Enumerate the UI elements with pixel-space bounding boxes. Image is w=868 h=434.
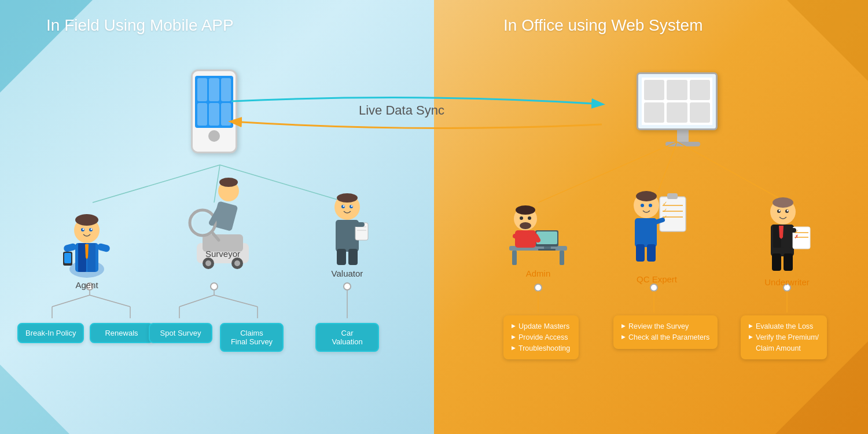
valuator-label: Valuator [332,269,363,278]
underwriter-task-box: Evaluate the Loss Verify the Premium/Cla… [741,315,827,359]
spot-survey-box: Spot Survey [149,323,212,343]
svg-point-92 [641,204,644,207]
deco-triangle-bl [0,365,69,434]
admin-label: Admin [526,269,551,278]
admin-task-3: Troubleshooting [512,343,571,354]
svg-point-79 [528,216,531,220]
qc-tasks: Review the Survey Check all the Paramete… [613,315,718,349]
qc-expert-label: QC Expert [637,274,677,284]
svg-rect-38 [97,242,111,252]
svg-rect-96 [636,244,645,262]
svg-point-106 [779,210,781,212]
car-valuation-box: CarValuation [315,323,379,352]
svg-point-93 [649,204,652,207]
agent-label: Agent [75,280,98,290]
valuator-figure [324,179,370,266]
svg-text:✗: ✗ [795,234,799,240]
svg-point-35 [83,229,84,230]
svg-point-78 [520,216,523,220]
svg-rect-69 [560,251,564,265]
monitor-illustration [637,72,729,165]
svg-point-60 [351,205,353,207]
svg-point-46 [234,260,240,266]
admin-task-box: Update Masters Provide Access Troublesho… [503,315,579,359]
admin-task-2: Provide Access [512,332,571,343]
underwriter-task-1: Evaluate the Loss [749,321,819,332]
agent-task-break-in: Break-In Policy [17,323,84,343]
valuator-person: Valuator [324,179,370,278]
admin-task-1: Update Masters [512,321,571,332]
svg-point-36 [91,229,93,230]
deco-triangle-tr [787,0,868,81]
surveyor-label: Surveyor [205,249,240,259]
svg-rect-29 [87,243,95,272]
surveyor-person: Surveyor [185,165,260,259]
svg-line-81 [536,236,538,240]
svg-point-56 [337,193,358,203]
underwriter-figure: ✓ ✗ [758,185,816,275]
svg-rect-97 [647,244,656,262]
svg-rect-28 [78,243,86,272]
svg-point-49 [219,178,238,187]
svg-rect-71 [536,231,557,244]
svg-rect-109 [784,253,793,271]
svg-rect-73 [538,249,556,251]
agent-task-renewals: Renewals [90,323,153,343]
svg-text:✓: ✓ [663,207,667,214]
admin-person: Admin [503,191,573,278]
svg-point-76 [520,222,531,229]
svg-rect-100 [782,225,790,248]
admin-tasks: Update Masters Provide Access Troublesho… [503,315,579,359]
svg-point-107 [787,210,789,212]
qc-expert-person: ✓ ✓ ✓ QC Expert [622,179,692,284]
qc-expert-figure: ✓ ✓ ✓ [622,179,692,272]
underwriter-tasks: Evaluate the Loss Verify the Premium/Cla… [741,315,827,359]
svg-rect-61 [337,249,346,265]
surveyor-task-spot: Spot Survey [149,323,212,343]
valuator-task-car: CarValuation [315,323,379,352]
claims-final-survey-box: ClaimsFinal Survey [220,323,284,352]
left-section-title: In Field Using Mobile APP [46,16,234,35]
agent-figure [61,203,113,278]
svg-text:✓: ✓ [663,200,667,207]
agent-person: Agent [61,203,113,290]
svg-rect-40 [64,253,71,263]
svg-point-75 [516,205,535,215]
sync-label: Live Data Sync [359,103,444,118]
svg-point-91 [636,191,657,201]
surveyor-task-claims: ClaimsFinal Survey [220,323,284,352]
svg-point-32 [75,214,98,226]
svg-point-59 [343,205,345,207]
underwriter-person: ✓ ✗ Underwriter [758,185,816,287]
svg-marker-101 [779,226,784,239]
admin-figure [503,191,573,266]
qc-task-2: Check all the Parameters [621,332,709,343]
renewals-box: Renewals [90,323,153,343]
svg-point-44 [205,260,211,266]
svg-rect-68 [512,251,517,265]
svg-rect-62 [348,249,358,265]
qc-task-1: Review the Survey [621,321,709,332]
svg-rect-108 [772,253,781,271]
qc-task-box: Review the Survey Check all the Paramete… [613,315,718,349]
break-in-policy-box: Break-In Policy [17,323,84,343]
svg-point-103 [773,197,793,208]
right-section-title: In Office using Web System [503,16,703,35]
underwriter-task-2: Verify the Premium/Claim Amount [749,332,819,354]
svg-rect-83 [667,193,678,199]
deco-triangle-tl [0,0,93,93]
svg-rect-72 [544,247,551,249]
svg-rect-37 [63,242,77,252]
svg-line-95 [654,220,663,223]
underwriter-label: Underwriter [764,277,810,287]
